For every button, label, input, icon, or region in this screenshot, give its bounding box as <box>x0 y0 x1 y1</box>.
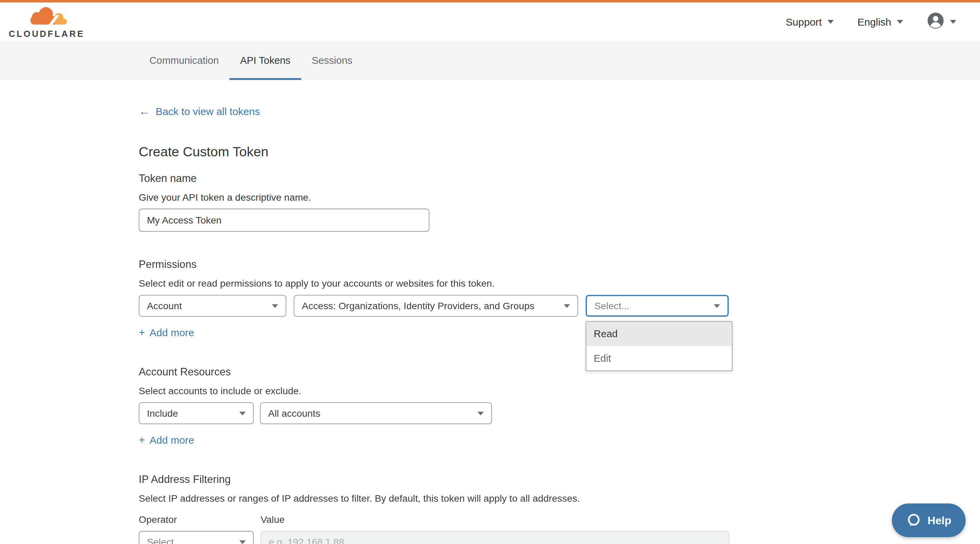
help-button[interactable]: Help <box>892 503 966 537</box>
permission-scope-value: Account <box>147 300 182 311</box>
value-label: Value <box>261 514 285 525</box>
accounts-select[interactable]: All accounts <box>260 402 492 424</box>
account-mode-value: Include <box>147 408 178 419</box>
page-title: Create Custom Token <box>138 144 980 160</box>
brand-top-bar <box>0 0 980 2</box>
tab-sessions[interactable]: Sessions <box>301 41 363 80</box>
tab-communication[interactable]: Communication <box>138 41 229 80</box>
chevron-down-icon <box>714 304 720 308</box>
permission-scope-select[interactable]: Account <box>138 295 286 317</box>
accounts-value: All accounts <box>268 408 320 419</box>
language-label: English <box>858 16 891 28</box>
cloudflare-wordmark: CLOUDFLARE <box>9 29 85 38</box>
permission-resource-value: Access: Organizations, Identity Provider… <box>302 300 535 311</box>
main-content: ← Back to view all tokens Create Custom … <box>0 80 980 544</box>
back-to-tokens-link[interactable]: ← Back to view all tokens <box>138 105 260 118</box>
header-right: Support English <box>786 12 956 32</box>
permission-level-placeholder: Select... <box>595 300 630 311</box>
account-resources-row: Include All accounts <box>138 402 980 424</box>
tab-bar: Communication API Tokens Sessions <box>0 41 980 80</box>
chevron-down-icon <box>950 20 956 24</box>
support-menu[interactable]: Support <box>786 16 834 28</box>
token-name-input[interactable] <box>138 209 429 232</box>
header: CLOUDFLARE Support English <box>0 2 980 41</box>
plus-icon: + <box>138 433 145 446</box>
ip-filtering-labels: Operator Value <box>138 514 980 525</box>
permissions-description: Select edit or read permissions to apply… <box>138 278 980 289</box>
ip-value-input[interactable] <box>261 531 729 544</box>
cloudflare-logo[interactable]: CLOUDFLARE <box>9 5 85 38</box>
support-label: Support <box>786 16 822 28</box>
ip-filtering-row: Select... <box>138 531 980 544</box>
menu-option-edit[interactable]: Edit <box>586 346 732 370</box>
account-resources-description: Select accounts to include or exclude. <box>138 385 980 397</box>
page: CLOUDFLARE Support English <box>0 0 980 544</box>
plus-icon: + <box>138 326 145 339</box>
permission-level-menu: Read Edit <box>585 321 732 371</box>
account-resources-add-more-link[interactable]: + Add more <box>138 433 194 446</box>
ip-filtering-heading: IP Address Filtering <box>138 473 980 486</box>
account-resources-heading: Account Resources <box>138 366 980 379</box>
chevron-down-icon <box>897 20 903 24</box>
back-arrow-icon: ← <box>138 105 150 118</box>
account-menu[interactable] <box>927 12 956 32</box>
menu-option-read[interactable]: Read <box>586 322 732 346</box>
chevron-down-icon <box>477 411 484 415</box>
tab-api-tokens[interactable]: API Tokens <box>229 41 301 80</box>
chevron-down-icon <box>564 304 570 308</box>
permission-level-select[interactable]: Select... Read Edit <box>585 295 729 317</box>
chevron-down-icon <box>239 411 245 415</box>
language-menu[interactable]: English <box>858 16 903 28</box>
ip-operator-placeholder: Select... <box>147 536 182 544</box>
add-more-label: Add more <box>150 327 194 339</box>
chat-bubble-icon <box>906 513 921 528</box>
ip-filtering-description: Select IP addresses or ranges of IP addr… <box>138 493 980 504</box>
operator-label: Operator <box>138 514 261 525</box>
token-name-heading: Token name <box>138 172 980 185</box>
permissions-heading: Permissions <box>138 259 980 271</box>
cloudflare-cloud-icon <box>25 5 68 28</box>
permission-resource-select[interactable]: Access: Organizations, Identity Provider… <box>294 295 578 317</box>
back-link-label: Back to view all tokens <box>156 105 260 117</box>
account-mode-select[interactable]: Include <box>138 402 254 424</box>
token-name-description: Give your API token a descriptive name. <box>138 192 980 203</box>
permissions-add-more-link[interactable]: + Add more <box>138 326 194 339</box>
chevron-down-icon <box>272 304 278 308</box>
ip-operator-select[interactable]: Select... <box>138 531 254 544</box>
chevron-down-icon <box>239 540 245 544</box>
add-more-label: Add more <box>150 434 194 446</box>
permissions-row: Account Access: Organizations, Identity … <box>138 295 980 317</box>
help-button-label: Help <box>928 514 951 527</box>
chevron-down-icon <box>827 20 834 24</box>
user-avatar-icon <box>927 12 944 32</box>
